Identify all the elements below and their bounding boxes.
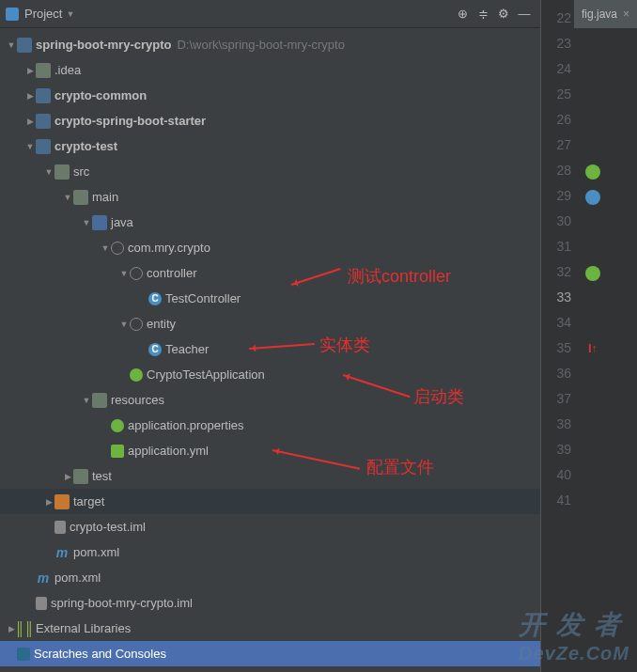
gutter-row bbox=[579, 56, 607, 82]
expand-arrow-icon[interactable]: ▶ bbox=[24, 91, 36, 101]
collapse-button[interactable]: ≑ bbox=[473, 4, 493, 24]
project-tree[interactable]: ▼ spring-boot-mry-crypto D:\work\spring-… bbox=[0, 28, 540, 672]
tree-item[interactable]: ▼java bbox=[0, 210, 540, 235]
expand-arrow-icon[interactable]: ▼ bbox=[6, 40, 17, 50]
gutter-mark-icon[interactable] bbox=[585, 164, 600, 180]
line-number: 27 bbox=[541, 133, 571, 158]
tree-item[interactable]: spring-boot-mry-crypto.iml bbox=[0, 590, 540, 616]
root-path: D:\work\spring-boot-mry-crypto bbox=[177, 38, 344, 52]
tree-item[interactable]: CryptoTestApplication bbox=[0, 362, 540, 387]
ext-libs-label: External Libraries bbox=[36, 621, 131, 635]
expand-arrow-icon[interactable]: ▶ bbox=[24, 117, 36, 126]
line-number: 40 bbox=[541, 462, 571, 488]
tree-item-label: pom.xml bbox=[54, 570, 101, 585]
spring-icon bbox=[130, 368, 143, 382]
tree-item[interactable]: ▼com.mry.crypto bbox=[0, 235, 540, 260]
pkg-icon bbox=[111, 242, 124, 255]
tree-item-label: .idea bbox=[54, 63, 81, 77]
tree-item[interactable]: CTeacher bbox=[0, 336, 540, 362]
expand-arrow-icon[interactable]: ▼ bbox=[62, 193, 73, 202]
gutter-mark-icon[interactable] bbox=[585, 190, 600, 205]
tree-item[interactable]: CTestController bbox=[0, 286, 540, 311]
editor-gutter: 2223242526272829303132333435363738394041… bbox=[540, 0, 637, 672]
tree-item[interactable]: ▼controller bbox=[0, 260, 540, 286]
panel-title[interactable]: Project bbox=[24, 7, 62, 21]
folder-orange-icon bbox=[54, 494, 70, 509]
tree-item[interactable]: ▶target bbox=[0, 489, 540, 514]
gutter-row bbox=[579, 259, 607, 285]
gutter-mark-icon[interactable]: I↑ bbox=[588, 341, 598, 355]
gutter-row bbox=[579, 82, 607, 107]
tree-item[interactable]: ▶crypto-common bbox=[0, 83, 540, 108]
expand-arrow-icon[interactable]: ▶ bbox=[43, 497, 54, 507]
chevron-down-icon[interactable]: ▼ bbox=[66, 9, 74, 19]
tree-item-label: crypto-test bbox=[54, 139, 117, 153]
module-icon bbox=[36, 114, 51, 129]
tree-item-label: application.yml bbox=[128, 444, 209, 458]
yml-icon bbox=[111, 445, 124, 458]
tree-item[interactable]: crypto-test.iml bbox=[0, 514, 540, 539]
line-number: 39 bbox=[541, 437, 571, 462]
tree-item-label: crypto-common bbox=[54, 88, 147, 102]
tree-item[interactable]: ▶crypto-spring-boot-starter bbox=[0, 108, 540, 133]
locate-button[interactable]: ⊕ bbox=[452, 4, 473, 24]
line-number: 33 bbox=[541, 285, 571, 310]
tree-item[interactable]: application.yml bbox=[0, 438, 540, 463]
tree-item[interactable]: ▼main bbox=[0, 184, 540, 210]
tree-item[interactable]: ▶.idea bbox=[0, 57, 540, 83]
external-libraries[interactable]: ▶ ║║ External Libraries bbox=[0, 616, 540, 641]
tree-item[interactable]: application.properties bbox=[0, 413, 540, 438]
scratches-consoles[interactable]: Scratches and Consoles bbox=[0, 641, 540, 666]
gutter-row bbox=[579, 437, 607, 462]
tree-item[interactable]: mpom.xml bbox=[0, 539, 540, 565]
tree-item[interactable]: ▶test bbox=[0, 463, 540, 489]
tree-item-label: pom.xml bbox=[73, 545, 119, 559]
tree-item[interactable]: ▼resources bbox=[0, 387, 540, 413]
line-numbers: 2223242526272829303132333435363738394041 bbox=[541, 0, 579, 672]
tree-item[interactable]: ▼entity bbox=[0, 311, 540, 336]
tree-root[interactable]: ▼ spring-boot-mry-crypto D:\work\spring-… bbox=[0, 32, 540, 57]
gutter-row bbox=[579, 462, 607, 488]
iml-icon bbox=[54, 521, 66, 534]
gutter-row bbox=[579, 209, 607, 234]
line-number: 32 bbox=[541, 259, 571, 285]
line-number: 25 bbox=[541, 82, 571, 107]
folder-res-icon bbox=[92, 393, 107, 408]
expand-arrow-icon[interactable]: ▼ bbox=[118, 269, 130, 278]
line-number: 36 bbox=[541, 361, 571, 386]
expand-arrow-icon[interactable]: ▶ bbox=[24, 66, 36, 75]
editor-tab[interactable]: fig.java × bbox=[574, 0, 637, 28]
tree-item-label: com.mry.crypto bbox=[128, 241, 210, 255]
tree-item-label: application.properties bbox=[128, 418, 244, 432]
line-number: 23 bbox=[541, 31, 571, 56]
tree-item-label: test bbox=[92, 469, 112, 483]
scratch-icon bbox=[17, 648, 30, 661]
tree-item[interactable]: ▼src bbox=[0, 159, 540, 184]
settings-icon[interactable]: ⚙ bbox=[493, 4, 514, 24]
gutter-mark-icon[interactable] bbox=[585, 266, 600, 281]
expand-arrow-icon[interactable]: ▼ bbox=[43, 167, 54, 177]
project-tool-window: Project ▼ ⊕ ≑ ⚙ — ▼ spring-boot-mry-cryp… bbox=[0, 0, 540, 672]
minimize-button[interactable]: — bbox=[514, 4, 535, 24]
project-icon bbox=[6, 8, 19, 21]
tree-item[interactable]: ▼crypto-test bbox=[0, 133, 540, 159]
expand-arrow-icon[interactable]: ▼ bbox=[81, 218, 92, 227]
tree-item-label: resources bbox=[111, 393, 164, 407]
tree-item[interactable]: mpom.xml bbox=[0, 565, 540, 590]
expand-arrow-icon[interactable]: ▼ bbox=[118, 320, 130, 329]
line-number: 37 bbox=[541, 386, 571, 412]
expand-arrow-icon[interactable]: ▶ bbox=[62, 472, 73, 481]
folder-blue-icon bbox=[92, 215, 107, 230]
gutter-row bbox=[579, 386, 607, 412]
tree-item-label: crypto-test.iml bbox=[70, 520, 146, 534]
gutter-row bbox=[579, 412, 607, 437]
tree-item-label: main bbox=[92, 190, 118, 204]
close-icon[interactable]: × bbox=[623, 8, 629, 21]
panel-header: Project ▼ ⊕ ≑ ⚙ — bbox=[0, 0, 540, 28]
module-icon bbox=[36, 88, 51, 103]
expand-arrow-icon[interactable]: ▼ bbox=[24, 142, 36, 151]
line-number: 24 bbox=[541, 56, 571, 82]
spring-f-icon bbox=[111, 419, 124, 432]
expand-arrow-icon[interactable]: ▼ bbox=[100, 243, 111, 253]
expand-arrow-icon[interactable]: ▼ bbox=[81, 396, 92, 405]
